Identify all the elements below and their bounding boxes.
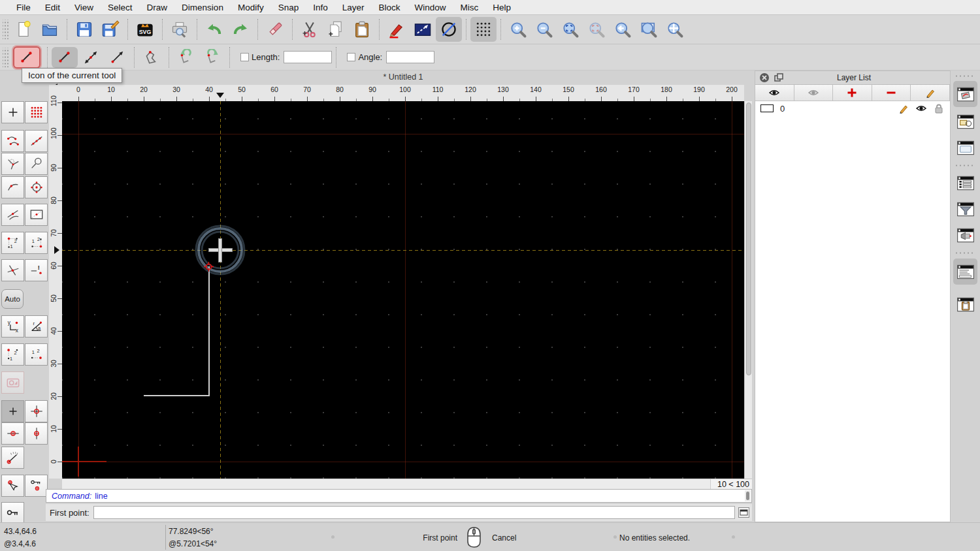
coord-polar-button[interactable]: ra xyxy=(25,315,48,338)
add-layer-button[interactable] xyxy=(833,85,872,101)
command-window-button[interactable] xyxy=(738,507,749,518)
zoom-auto-button[interactable] xyxy=(557,17,583,42)
drawing-canvas[interactable] xyxy=(62,101,744,479)
toolbar-drag-handle[interactable] xyxy=(3,48,8,67)
restrict-orthogonal-button[interactable] xyxy=(25,400,48,422)
copy-button[interactable] xyxy=(323,17,349,42)
length-checkbox[interactable] xyxy=(240,53,249,61)
plugin-dock-button[interactable] xyxy=(953,222,977,248)
auto-snap-button[interactable]: Auto xyxy=(1,289,24,309)
angle-input[interactable] xyxy=(386,51,434,63)
zoom-window-button[interactable] xyxy=(636,17,662,42)
hide-all-layers-button[interactable] xyxy=(794,85,834,101)
menu-layer[interactable]: Layer xyxy=(335,0,372,15)
zoom-out-button[interactable] xyxy=(531,17,557,42)
save-as-button[interactable] xyxy=(97,17,123,42)
zoom-previous-button[interactable] xyxy=(610,17,636,42)
menu-file[interactable]: File xyxy=(9,0,38,15)
snap-on-entity-button[interactable] xyxy=(25,130,48,152)
attributes-button[interactable] xyxy=(410,17,436,42)
menu-window[interactable]: Window xyxy=(408,0,453,15)
grid-toggle-button[interactable] xyxy=(470,17,497,42)
float-panel-icon[interactable] xyxy=(774,72,784,83)
library-browser-dock-button[interactable] xyxy=(953,134,977,161)
print-preview-button[interactable] xyxy=(167,17,193,42)
snap-tangent-button[interactable] xyxy=(1,204,24,226)
snap-endpoints-button[interactable] xyxy=(1,130,24,152)
restrict-horizontal-button[interactable] xyxy=(1,422,24,445)
clipboard-dock-button[interactable] xyxy=(953,291,977,317)
layer-row[interactable]: 0 xyxy=(755,101,950,116)
corner-sequence-b-button[interactable]: 12 xyxy=(25,343,48,366)
layer-list-dock-button[interactable] xyxy=(953,81,977,107)
menu-info[interactable]: Info xyxy=(306,0,335,15)
snap-center-button[interactable] xyxy=(25,176,48,198)
menu-view[interactable]: View xyxy=(67,0,101,15)
snap-center-arc-button[interactable] xyxy=(1,153,24,175)
command-input[interactable] xyxy=(93,506,735,519)
entity-list-dock-button[interactable] xyxy=(953,170,977,196)
pen-draw-button[interactable] xyxy=(384,17,410,42)
angle-gauge-button[interactable] xyxy=(1,447,24,469)
menu-misc[interactable]: Misc xyxy=(453,0,486,15)
export-svg-button[interactable]: SVG xyxy=(132,17,158,42)
menu-snap[interactable]: Snap xyxy=(271,0,306,15)
command-history[interactable]: Command: line xyxy=(46,489,752,503)
menu-modify[interactable]: Modify xyxy=(231,0,271,15)
snap-distance-button[interactable] xyxy=(1,176,24,198)
snap-sequence-b-button[interactable]: 12 xyxy=(25,232,48,254)
layer-color-swatch[interactable] xyxy=(760,104,774,112)
horizontal-scrollbar-track[interactable] xyxy=(62,479,710,490)
line-arrow-button[interactable] xyxy=(104,47,130,68)
redo-button[interactable] xyxy=(227,17,253,42)
angle-checkbox[interactable] xyxy=(347,53,355,61)
snap-intersection-button[interactable] xyxy=(1,259,24,281)
relative-zero-key-button[interactable] xyxy=(1,502,24,524)
undo-segment-button[interactable] xyxy=(173,47,199,68)
command-scrollbar[interactable] xyxy=(745,490,751,501)
vertical-scrollbar[interactable] xyxy=(744,101,752,479)
toolbar-drag-handle[interactable] xyxy=(3,20,8,39)
eraser-button[interactable] xyxy=(262,17,288,42)
current-tool-button[interactable] xyxy=(13,46,41,69)
selection-filter-dock-button[interactable] xyxy=(953,196,977,222)
menu-draw[interactable]: Draw xyxy=(140,0,175,15)
save-file-button[interactable] xyxy=(71,17,97,42)
menu-select[interactable]: Select xyxy=(101,0,140,15)
length-input[interactable] xyxy=(284,51,332,63)
edit-layer-icon[interactable] xyxy=(898,102,909,114)
set-relative-zero-button[interactable] xyxy=(1,475,24,497)
snap-sequence-a-button[interactable]: 21 xyxy=(1,232,24,254)
layer-lock-icon[interactable] xyxy=(933,102,945,114)
lock-relative-zero-button[interactable] xyxy=(25,475,48,497)
snap-free-button[interactable] xyxy=(1,101,24,123)
toolbar-drag-handle[interactable] xyxy=(955,74,975,78)
undo-button[interactable] xyxy=(201,17,227,42)
new-file-button[interactable] xyxy=(10,17,37,42)
remove-layer-button[interactable] xyxy=(872,85,911,101)
command-line-dock-button[interactable] xyxy=(953,259,977,285)
redo-segment-button[interactable] xyxy=(199,47,225,68)
line-2-arrows-button[interactable] xyxy=(78,47,104,68)
zoom-in-button[interactable] xyxy=(505,17,531,42)
close-icon[interactable] xyxy=(759,72,770,83)
restrict-nothing-button[interactable] xyxy=(1,400,24,422)
cut-button[interactable] xyxy=(297,17,323,42)
snap-grid-button[interactable] xyxy=(25,101,48,123)
layer-visibility-icon[interactable] xyxy=(915,102,927,114)
show-all-layers-button[interactable] xyxy=(755,85,794,101)
menu-help[interactable]: Help xyxy=(485,0,518,15)
draft-mode-button[interactable] xyxy=(436,17,462,42)
menu-edit[interactable]: Edit xyxy=(38,0,67,15)
snap-reference-button[interactable] xyxy=(25,204,48,226)
menu-block[interactable]: Block xyxy=(372,0,408,15)
menu-dimension[interactable]: Dimension xyxy=(174,0,231,15)
snap-intersection-manual-button[interactable]: ! xyxy=(25,259,48,281)
snap-middle-button[interactable] xyxy=(25,153,48,175)
line-segments-button[interactable] xyxy=(52,47,78,68)
restrict-vertical-button[interactable] xyxy=(25,422,48,445)
modify-layer-button[interactable] xyxy=(911,85,950,101)
vertical-scrollbar-thumb[interactable] xyxy=(746,102,751,375)
zoom-pan-button[interactable] xyxy=(662,17,688,42)
block-list-dock-button[interactable] xyxy=(953,108,977,134)
